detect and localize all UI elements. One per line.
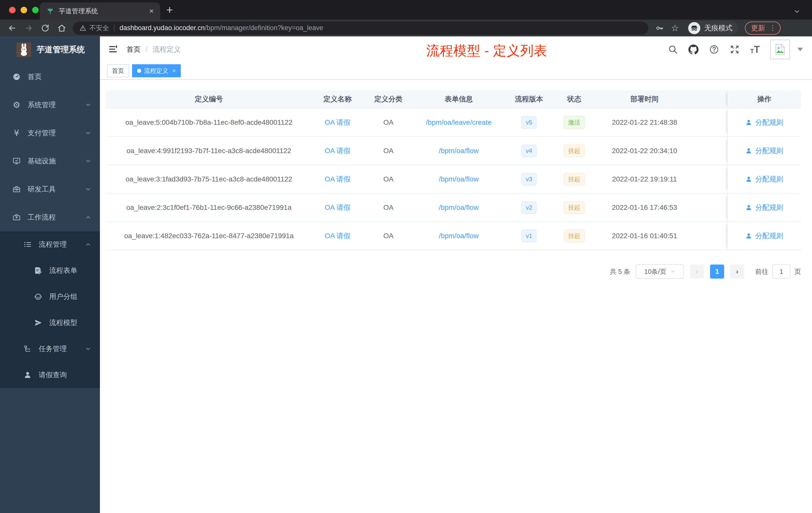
- form-info-link[interactable]: /bpm/oa/flow: [439, 232, 479, 240]
- cell-status: 挂起: [554, 144, 594, 157]
- pagination-page-1[interactable]: 1: [710, 265, 724, 279]
- assign-rule-button[interactable]: 分配规则: [745, 203, 783, 212]
- tab-strip-chevron-down-icon[interactable]: [793, 8, 801, 15]
- update-label[interactable]: 更新: [751, 23, 765, 33]
- url-domain[interactable]: dashboard.yudao.iocoder.cn: [119, 24, 205, 32]
- monitor-icon: [11, 157, 22, 165]
- insecure-warning-icon[interactable]: [79, 25, 86, 32]
- sidebar-item-payment[interactable]: ¥支付管理: [0, 119, 100, 147]
- window-zoom-button[interactable]: [32, 7, 39, 13]
- sidebar-item-task-manage[interactable]: 任务管理: [0, 336, 100, 362]
- form-info-link[interactable]: /bpm/oa/flow: [439, 175, 479, 183]
- cell-form-info-link[interactable]: /bpm/oa/flow: [413, 147, 504, 155]
- cell-form-info-link[interactable]: /bpm/oa/leave/create: [413, 118, 504, 126]
- definition-name-link[interactable]: OA 请假: [325, 204, 350, 211]
- back-icon[interactable]: [7, 24, 17, 33]
- table-row: oa_leave:2:3c1f0ef1-76b1-11ec-9c66-a2380…: [106, 193, 801, 222]
- sidebar-item-process-model[interactable]: 流程模型: [0, 310, 100, 336]
- form-info-link[interactable]: /bpm/oa/flow: [439, 204, 479, 211]
- definition-name-link[interactable]: OA 请假: [325, 175, 350, 183]
- cell-definition-name-link[interactable]: OA 请假: [312, 175, 363, 184]
- sidebar-item-devtools[interactable]: 研发工具: [0, 175, 100, 203]
- pagination-goto-input[interactable]: 1: [772, 265, 790, 279]
- fullscreen-icon[interactable]: [730, 44, 740, 55]
- new-tab-button[interactable]: +: [166, 4, 173, 16]
- browser-menu-dots-icon[interactable]: ⋮: [769, 24, 776, 32]
- cell-form-info-link[interactable]: /bpm/oa/flow: [413, 232, 504, 240]
- avatar-dropdown-caret-icon[interactable]: [798, 48, 803, 51]
- sidebar-item-leave-query[interactable]: 请假查询: [0, 362, 100, 388]
- assign-rule-button[interactable]: 分配规则: [745, 175, 783, 184]
- window-controls[interactable]: [9, 7, 39, 13]
- breadcrumb-home[interactable]: 首页: [126, 45, 141, 54]
- breadcrumb-current: 流程定义: [153, 45, 181, 54]
- form-info-link[interactable]: /bpm/oa/flow: [439, 147, 479, 155]
- sidebar-item-workflow[interactable]: 工作流程: [0, 203, 100, 232]
- sidebar-logo: 芋道管理系统: [0, 36, 100, 63]
- definition-name-link[interactable]: OA 请假: [325, 232, 350, 240]
- sidebar-item-process-form[interactable]: 流程表单: [0, 258, 100, 283]
- browser-update-button[interactable]: 更新 ⋮: [745, 22, 781, 35]
- tag-home[interactable]: 首页: [107, 64, 129, 77]
- reload-icon[interactable]: [41, 24, 50, 33]
- form-info-link[interactable]: /bpm/oa/leave/create: [426, 118, 492, 126]
- assign-rule-label: 分配规则: [755, 175, 783, 184]
- github-icon[interactable]: [689, 44, 698, 55]
- search-icon[interactable]: [668, 44, 678, 55]
- forward-icon[interactable]: [24, 24, 33, 33]
- cell-form-info-link[interactable]: /bpm/oa/flow: [413, 204, 504, 212]
- cell-definition-name-link[interactable]: OA 请假: [312, 203, 363, 212]
- home-icon[interactable]: [57, 24, 66, 33]
- definition-name-link[interactable]: OA 请假: [325, 147, 350, 155]
- assign-rule-button[interactable]: 分配规则: [745, 118, 783, 127]
- briefcase-icon: [11, 213, 22, 221]
- chevron-down-icon: [85, 345, 91, 352]
- sidebar-item-label: 支付管理: [28, 128, 56, 138]
- column-header-deploy-time: 部署时间: [594, 94, 695, 104]
- sidebar-item-home[interactable]: 首页: [0, 63, 100, 91]
- insecure-label[interactable]: 不安全: [89, 24, 109, 32]
- sidebar-item-infra[interactable]: 基础设施: [0, 147, 100, 175]
- assign-rule-button[interactable]: 分配规则: [745, 231, 783, 241]
- user-avatar[interactable]: [770, 40, 790, 59]
- cell-definition-name-link[interactable]: OA 请假: [312, 231, 363, 241]
- pagination-next-button[interactable]: ›: [730, 265, 744, 279]
- sidebar-collapse-icon[interactable]: [108, 44, 118, 54]
- cell-definition-name-link[interactable]: OA 请假: [312, 146, 363, 156]
- tag-process-definition[interactable]: 流程定义 ×: [132, 64, 181, 77]
- sidebar-item-user-group[interactable]: 用户分组: [0, 283, 100, 310]
- status-badge: 挂起: [564, 230, 585, 242]
- sidebar-item-process-manage[interactable]: 流程管理: [0, 232, 100, 258]
- url-path[interactable]: /bpm/manager/definition?key=oa_leave: [205, 24, 323, 32]
- tag-close-icon[interactable]: ×: [172, 67, 176, 74]
- cell-definition-id: oa_leave:3:1fad3d93-7b75-11ec-a3c8-acde4…: [106, 175, 312, 183]
- column-header-status: 状态: [554, 94, 594, 104]
- cell-definition-name-link[interactable]: OA 请假: [312, 118, 363, 127]
- page-size-select[interactable]: 10条/页: [636, 264, 684, 279]
- status-badge: 激活: [564, 116, 585, 129]
- font-size-icon[interactable]: TT: [750, 45, 760, 54]
- assign-rule-button[interactable]: 分配规则: [745, 146, 783, 156]
- window-close-button[interactable]: [9, 7, 16, 13]
- cell-form-info-link[interactable]: /bpm/oa/flow: [413, 175, 504, 183]
- url-divider: [114, 24, 115, 32]
- pagination-page-unit: 页: [794, 267, 801, 276]
- address-bar[interactable]: 不安全 dashboard.yudao.iocoder.cn/bpm/manag…: [73, 22, 648, 35]
- help-icon[interactable]: [709, 44, 719, 55]
- sidebar-item-system[interactable]: ⚙系统管理: [0, 91, 100, 119]
- password-key-icon[interactable]: [655, 24, 664, 32]
- sidebar-submenu-workflow: 流程管理流程表单用户分组流程模型任务管理请假查询: [0, 232, 100, 388]
- send-icon: [33, 319, 44, 327]
- pagination-total: 共 5 条: [610, 267, 630, 276]
- browser-tab[interactable]: 芋道管理系统 ×: [40, 2, 160, 20]
- table-row: oa_leave:5:004b710b-7b8a-11ec-8ef0-acde4…: [106, 109, 801, 137]
- definition-name-link[interactable]: OA 请假: [325, 118, 350, 126]
- bookmark-star-icon[interactable]: ☆: [671, 24, 679, 33]
- window-minimize-button[interactable]: [21, 7, 27, 13]
- cell-definition-id: oa_leave:2:3c1f0ef1-76b1-11ec-9c66-a2380…: [106, 204, 312, 212]
- pagination-prev-button[interactable]: ‹: [690, 265, 704, 279]
- tab-close-icon[interactable]: ×: [149, 7, 154, 15]
- tree-icon: [22, 344, 33, 353]
- chevron-up-icon: [85, 241, 91, 248]
- version-badge: v1: [522, 230, 536, 242]
